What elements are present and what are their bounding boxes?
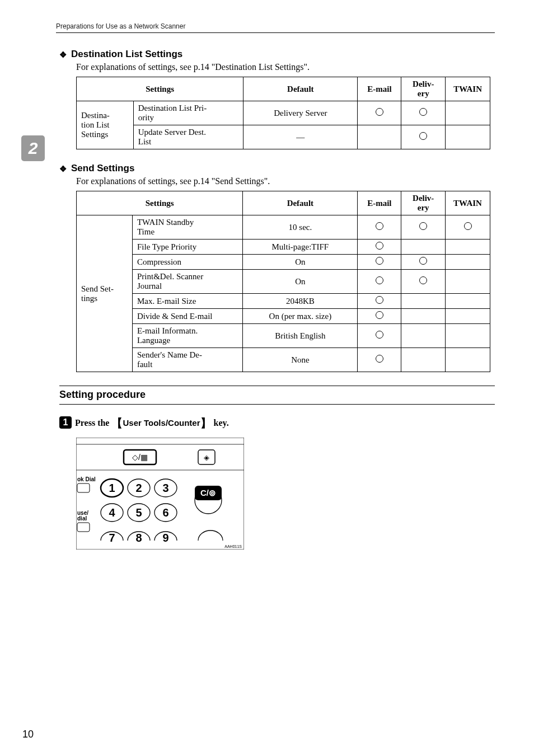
- flag-twain: [446, 309, 490, 324]
- svg-text:6: 6: [162, 506, 168, 519]
- circle-icon: [464, 222, 472, 230]
- flag-email: [358, 125, 401, 149]
- col-settings: Settings: [77, 77, 243, 101]
- send-settings-section: ❖ Send Settings For explanations of sett…: [56, 163, 495, 372]
- setting-name: File Type Priority: [132, 240, 242, 255]
- flag-twain: [446, 348, 490, 372]
- flag-email: [358, 294, 401, 309]
- send-title: Send Settings: [71, 163, 134, 174]
- table-row: Destina-tion ListSettings Destination Li…: [77, 101, 490, 125]
- setting-default: None: [243, 348, 358, 372]
- circle-icon: [376, 276, 383, 284]
- flag-twain: [446, 294, 490, 309]
- circle-icon: [419, 276, 427, 284]
- row-group-label: Destina-tion ListSettings: [77, 101, 134, 149]
- table-header-row: Settings Default E-mail Deliv-ery TWAIN: [77, 191, 490, 215]
- table-row: E-mail Informatn.Language British Englis…: [77, 324, 490, 348]
- table-header-row: Settings Default E-mail Deliv-ery TWAIN: [77, 77, 490, 101]
- step-suffix: key.: [212, 418, 229, 428]
- bracket-right-icon: 】: [200, 417, 212, 429]
- setting-name: Compression: [132, 255, 242, 270]
- col-default: Default: [243, 77, 358, 101]
- flag-twain: [446, 101, 490, 125]
- flag-deliv: [401, 294, 446, 309]
- table-row: Max. E-mail Size 2048KB: [77, 294, 490, 309]
- step-1: 1 Press the 【User Tools/Counter】 key.: [59, 415, 495, 430]
- circle-icon: [376, 242, 383, 250]
- destination-desc: For explanations of settings, see p.14 "…: [76, 62, 495, 72]
- table-row: Print&Del. ScannerJournal On: [77, 270, 490, 294]
- circle-icon: [419, 222, 427, 230]
- flag-email: [358, 348, 401, 372]
- setting-default: 2048KB: [243, 294, 358, 309]
- setting-name: Sender's Name De-fault: [132, 348, 242, 372]
- setting-default: Delivery Server: [243, 101, 358, 125]
- flag-deliv: [401, 324, 446, 348]
- setting-name: E-mail Informatn.Language: [132, 324, 242, 348]
- setting-default: On (per max. size): [243, 309, 358, 324]
- svg-text:3: 3: [162, 482, 168, 494]
- send-title-row: ❖ Send Settings: [59, 163, 495, 174]
- svg-text:AAH011S: AAH011S: [224, 544, 242, 548]
- diamond-icon: ❖: [59, 165, 67, 173]
- flag-deliv: [401, 215, 446, 240]
- step-number-icon: 1: [59, 416, 72, 429]
- destination-title: Destination List Settings: [71, 49, 182, 60]
- flag-deliv: [401, 255, 446, 270]
- flag-twain: [446, 255, 490, 270]
- flag-deliv: [401, 240, 446, 255]
- send-desc: For explanations of settings, see p.14 "…: [76, 176, 495, 186]
- svg-rect-11: [77, 523, 90, 532]
- setting-name: Update Server Dest.List: [133, 125, 243, 149]
- col-delivery: Deliv-ery: [401, 191, 446, 215]
- flag-email: [358, 240, 401, 255]
- setting-name: Destination List Pri-ority: [133, 101, 243, 125]
- col-email: E-mail: [358, 77, 401, 101]
- flag-deliv: [401, 125, 446, 149]
- svg-text:ok Dial: ok Dial: [77, 476, 96, 482]
- svg-text:4: 4: [109, 506, 115, 519]
- svg-text:◇/▦: ◇/▦: [132, 453, 148, 462]
- flag-email: [358, 215, 401, 240]
- svg-text:2: 2: [135, 482, 142, 494]
- key-name: User Tools/Counter: [123, 418, 200, 428]
- circle-icon: [376, 355, 383, 363]
- table-row: Send Set-tings TWAIN StandbyTime 10 sec.: [77, 215, 490, 240]
- svg-text:9: 9: [162, 532, 168, 544]
- send-table: Settings Default E-mail Deliv-ery TWAIN …: [76, 191, 490, 372]
- svg-text:◈: ◈: [204, 453, 209, 462]
- setting-name: TWAIN StandbyTime: [132, 215, 242, 240]
- setting-default: British English: [243, 324, 358, 348]
- col-default: Default: [243, 191, 358, 215]
- circle-icon: [376, 108, 383, 116]
- running-header: Preparations for Use as a Network Scanne…: [56, 22, 495, 33]
- table-row: Sender's Name De-fault None: [77, 348, 490, 372]
- flag-email: [358, 309, 401, 324]
- section-tab-number: 2: [29, 139, 38, 158]
- circle-icon: [419, 108, 427, 116]
- col-twain: TWAIN: [446, 77, 490, 101]
- row-group-label: Send Set-tings: [77, 215, 133, 372]
- svg-text:8: 8: [135, 532, 142, 544]
- destination-list-section: ❖ Destination List Settings For explanat…: [56, 49, 495, 149]
- svg-text:7: 7: [109, 532, 115, 544]
- keypad-svg: ◇/▦ ◈ ok Dial use/ dial 1 2 3 4 5 6 7 8 …: [76, 438, 244, 550]
- destination-title-row: ❖ Destination List Settings: [59, 49, 495, 60]
- keypad-figure: ◇/▦ ◈ ok Dial use/ dial 1 2 3 4 5 6 7 8 …: [76, 438, 495, 552]
- step-prefix: Press the: [75, 418, 111, 428]
- col-settings: Settings: [77, 191, 243, 215]
- diamond-icon: ❖: [59, 50, 67, 59]
- flag-twain: [446, 215, 490, 240]
- bracket-left-icon: 【: [111, 417, 123, 429]
- table-row: Divide & Send E-mail On (per max. size): [77, 309, 490, 324]
- flag-twain: [446, 125, 490, 149]
- flag-deliv: [401, 348, 446, 372]
- svg-text:C/⊚: C/⊚: [200, 488, 216, 497]
- setting-default: —: [243, 125, 358, 149]
- svg-text:5: 5: [135, 506, 142, 519]
- setting-default: On: [243, 270, 358, 294]
- destination-table: Settings Default E-mail Deliv-ery TWAIN …: [76, 77, 490, 149]
- circle-icon: [376, 257, 383, 265]
- setting-default: Multi-page:TIFF: [243, 240, 358, 255]
- circle-icon: [376, 296, 383, 304]
